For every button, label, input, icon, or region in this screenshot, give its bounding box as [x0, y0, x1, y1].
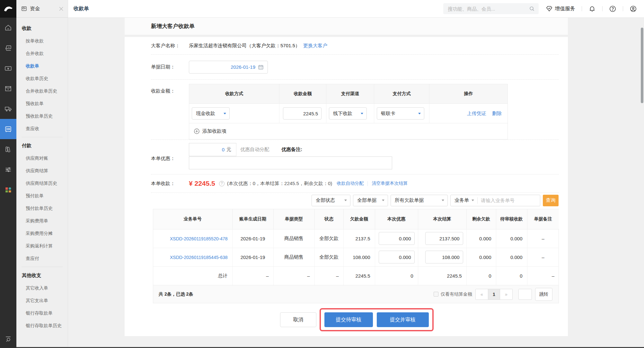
order-number-input[interactable] — [481, 198, 537, 203]
user-avatar-icon[interactable] — [630, 5, 637, 13]
debt-filter-select[interactable]: 所有欠款单据 — [391, 195, 448, 206]
sidebar-item[interactable]: 其它支出单 — [16, 294, 68, 307]
sidebar-item[interactable]: 预付款单 — [16, 190, 68, 202]
cancel-button[interactable]: 取消 — [280, 312, 316, 327]
current-page[interactable]: 1 — [488, 289, 500, 299]
row-settle-input[interactable] — [425, 232, 463, 245]
notifications-bell-icon[interactable] — [588, 5, 596, 13]
col-header: 待审核收款 — [496, 209, 527, 229]
table-row: XSDD-20260119185445-638 2026-01-19 商品销售 … — [153, 248, 559, 266]
discount-input-box[interactable]: 元 — [189, 143, 236, 156]
form-title: 新增大客户收款单 — [125, 18, 568, 35]
tab-close-icon[interactable] — [59, 7, 63, 11]
total-status: – — [314, 266, 343, 285]
upload-voucher-link[interactable]: 上传凭证 — [467, 111, 486, 116]
row-discount-input[interactable] — [379, 251, 415, 263]
sidebar-item[interactable]: 供应商结算历史 — [16, 177, 68, 190]
sidebar-item[interactable]: 预收款单历史 — [16, 110, 68, 122]
nav-package-icon[interactable] — [0, 78, 16, 99]
sidebar-item-active[interactable]: 收款单 — [16, 60, 68, 72]
col-header: 单据类型 — [273, 209, 314, 229]
doc-filter-select[interactable]: 全部单据 — [353, 195, 388, 206]
status-filter-select[interactable]: 全部状态 — [312, 195, 350, 206]
nav-ledger-icon[interactable] — [0, 139, 16, 159]
help-icon[interactable] — [609, 5, 616, 13]
sidebar-item[interactable]: 银行存取款单 — [16, 307, 68, 319]
status-filter-value: 全部状态 — [316, 197, 335, 203]
global-search[interactable] — [443, 3, 539, 14]
add-payment-item-button[interactable]: 添加收款项 — [189, 128, 507, 134]
discount-input[interactable] — [192, 147, 225, 152]
row-discount-input[interactable] — [379, 232, 415, 245]
date-picker[interactable]: 2026-01-19 — [189, 61, 268, 74]
sidebar-collapse-search-icon[interactable] — [0, 335, 16, 343]
sidebar-item[interactable]: 其它收入单 — [16, 282, 68, 294]
remark-cell: – — [527, 229, 559, 248]
sidebar-item[interactable]: 合并收款 — [16, 47, 68, 60]
value-added-services[interactable]: 增值服务 — [546, 5, 575, 12]
sidebar-item[interactable]: 采购费用分摊 — [16, 227, 68, 240]
settled-only-checkbox[interactable] — [434, 292, 438, 297]
sidebar-item[interactable]: 合并收款单历史 — [16, 85, 68, 97]
nav-cash-icon[interactable] — [0, 58, 16, 78]
scrollbar-thumb[interactable] — [641, 28, 643, 103]
prev-page-button[interactable]: « — [476, 289, 488, 299]
total-discount: 0 — [375, 266, 418, 285]
table-total-row: 总计 – – – 2245.5 0 2245.5 0 0 – — [153, 266, 559, 285]
vertical-scrollbar[interactable] — [640, 18, 644, 347]
logo-icon — [4, 5, 13, 13]
nav-safe-icon[interactable] — [0, 119, 16, 139]
sidebar-item[interactable]: 采购返利计算 — [16, 240, 68, 252]
sidebar-item[interactable]: 供应商结算 — [16, 165, 68, 177]
payment-way-select[interactable]: 银联卡 — [377, 107, 424, 120]
submit-audit-button[interactable]: 提交并审核 — [377, 312, 429, 327]
delete-payment-link[interactable]: 删除 — [492, 111, 502, 116]
submit-pending-button[interactable]: 提交待审核 — [324, 312, 373, 327]
global-search-input[interactable] — [448, 6, 529, 12]
nav-pos-icon[interactable] — [0, 38, 16, 58]
nav-settings-icon[interactable] — [0, 159, 16, 180]
search-icon — [529, 6, 535, 12]
col-header: 本次优惠 — [375, 209, 418, 229]
sidebar-item[interactable]: 采购费用单 — [16, 215, 68, 227]
biz-type-select[interactable]: 业务单 — [454, 197, 469, 203]
divider — [367, 181, 368, 186]
question-circle-icon[interactable]: ? — [219, 181, 225, 186]
change-customer-link[interactable]: 更换大客户 — [303, 43, 327, 49]
date-value: 2026-01-19 — [231, 64, 255, 70]
search-button[interactable]: 查询 — [543, 195, 559, 206]
tab-funds[interactable]: 资金 — [16, 0, 68, 18]
sidebar-item[interactable]: 查应付 — [16, 252, 68, 265]
clear-settlement-link[interactable]: 清空单据本次结算 — [372, 181, 408, 186]
sidebar-item[interactable]: 预付款单历史 — [16, 202, 68, 215]
sidebar-item[interactable]: 供应商对账 — [16, 152, 68, 165]
nav-apps-icon[interactable] — [0, 180, 16, 200]
next-page-button[interactable]: » — [500, 289, 512, 299]
chevron-down-icon — [472, 200, 474, 201]
divider — [582, 6, 582, 11]
page-jump-button[interactable]: 跳转 — [535, 288, 552, 301]
payment-amount-input[interactable] — [283, 107, 322, 120]
icon-rail — [0, 0, 16, 348]
page-jump-input[interactable] — [518, 289, 532, 300]
sidebar-item[interactable]: 收款单历史 — [16, 72, 68, 85]
customer-row: 大客户名称： 乐家生活超市连锁有限公司（大客户欠款：5701.5） 更换大客户 — [125, 37, 568, 54]
order-number-link[interactable]: XSDD-20260119185445-638 — [170, 255, 228, 260]
sidebar-item[interactable]: 预收款单 — [16, 97, 68, 110]
summary-amount: ¥ 2245.5 — [189, 180, 215, 187]
total-remark: – — [527, 266, 559, 285]
nav-truck-icon[interactable] — [0, 99, 16, 119]
discount-label: 本单优惠： — [151, 156, 189, 162]
sidebar-item[interactable]: 银行存取款单历史 — [16, 319, 68, 332]
nav-home-icon[interactable] — [0, 18, 16, 38]
sidebar-item[interactable]: 查应收 — [16, 122, 68, 135]
summary-row: 本单收款： ¥ 2245.5 ? (本次优惠：0，本单结算：2245.5，剩余欠… — [125, 174, 568, 192]
payment-method-select[interactable]: 现金收款 — [192, 107, 230, 120]
sidebar-item[interactable]: 按单收款 — [16, 35, 68, 47]
auto-allocate-link[interactable]: 收款自动分配 — [337, 181, 364, 186]
payment-channel-select[interactable]: 线下收款 — [329, 107, 367, 120]
row-settle-input[interactable] — [425, 251, 463, 263]
discount-remark-textarea[interactable] — [189, 156, 392, 169]
order-number-link[interactable]: XSDD-20260119185520-478 — [170, 236, 228, 241]
app-logo[interactable] — [0, 0, 16, 18]
